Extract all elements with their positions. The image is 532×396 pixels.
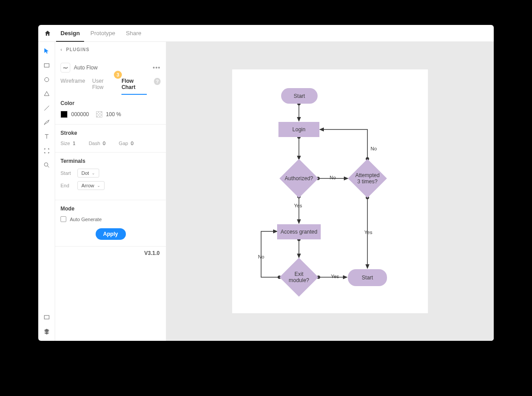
zoom-tool[interactable] [40,158,53,172]
stroke-gap-label: Gap [119,141,128,146]
node-attempted[interactable]: Attempted 3 times? [354,165,381,192]
subtab-wireframe[interactable]: Wireframe [60,78,85,95]
node-access-granted[interactable]: Access granted [277,224,321,239]
plugin-panel: ‹ PLUGINS Auto Flow ••• Wireframe User F… [55,42,166,341]
stroke-size-label: Size [60,141,70,146]
subtab-flowchart[interactable]: Flow Chart [121,78,147,95]
chevron-down-icon: ⌄ [97,183,101,188]
stroke-dash-label: Dash [89,141,100,146]
line-tool[interactable] [40,101,53,115]
select-tool[interactable] [40,44,53,58]
stroke-dash-input[interactable] [103,141,113,146]
node-login[interactable]: Login [278,122,319,137]
edge-label-no: No [330,175,336,180]
topbar: Design Prototype Share [38,25,494,42]
svg-point-1 [44,77,48,81]
color-value[interactable]: 000000 [71,111,89,117]
toolbar [38,42,55,341]
edge-label-yes: Yes [331,274,339,279]
help-icon[interactable]: ? [154,78,161,85]
pen-tool[interactable] [40,116,53,129]
svg-rect-3 [44,315,49,319]
mode-section: Mode Auto Generate Apply [55,200,166,246]
auto-generate-label: Auto Generate [70,217,102,222]
plugin-subtabs: Wireframe User Flow Flow Chart 3 ? [55,75,166,95]
chevron-down-icon: ⌄ [92,171,95,175]
tab-design[interactable]: Design [56,25,84,42]
back-button[interactable]: ‹ PLUGINS [60,45,161,57]
plugin-name: Auto Flow [74,65,97,71]
main: ‹ PLUGINS Auto Flow ••• Wireframe User F… [38,42,494,341]
subtab-userflow[interactable]: User Flow [92,78,114,95]
node-end[interactable]: Start [348,269,387,286]
flowchart-arrows [232,69,428,313]
artboard[interactable]: Start Login Authorized? Attempted 3 time… [232,69,428,313]
auto-generate-checkbox[interactable] [60,216,66,222]
text-tool[interactable] [40,130,53,143]
edge-label-yes: Yes [294,203,302,208]
color-section: Color 000000 100 % [55,95,166,125]
apply-button[interactable]: Apply [96,228,126,240]
edge-label-yes: Yes [364,230,372,235]
version-label: V3.1.0 [55,246,166,260]
svg-point-2 [44,163,48,166]
opacity-swatch[interactable] [96,111,102,117]
tab-share[interactable]: Share [121,25,146,42]
notification-badge: 3 [114,71,122,79]
stroke-gap-input[interactable] [131,141,141,146]
layers-icon[interactable] [40,325,53,338]
ellipse-tool[interactable] [40,73,53,86]
color-swatch[interactable] [60,111,68,118]
chevron-left-icon: ‹ [60,47,63,52]
home-icon[interactable] [43,28,52,38]
mode-label: Mode [60,206,161,212]
polygon-tool[interactable] [40,87,53,101]
node-start[interactable]: Start [281,88,318,104]
svg-rect-0 [44,64,49,67]
app-frame: Design Prototype Share ‹ PLUGINS [38,25,494,341]
tab-prototype[interactable]: Prototype [86,25,120,42]
terminals-label: Terminals [60,158,161,164]
opacity-value[interactable]: 100 % [106,111,121,117]
canvas[interactable]: Start Login Authorized? Attempted 3 time… [166,42,494,341]
plugin-header: Auto Flow ••• [55,57,166,75]
terminal-end-label: End [60,183,73,188]
stroke-section: Stroke Size Dash Gap [55,125,166,153]
edge-label-no: No [371,146,377,151]
plugin-icon [60,63,70,73]
terminal-start-label: Start [60,170,73,176]
terminal-end-select[interactable]: Arrow⌄ [77,181,105,190]
terminal-start-select[interactable]: Dot⌄ [77,169,99,178]
stroke-label: Stroke [60,130,161,136]
terminals-section: Terminals Start Dot⌄ End Arrow⌄ [55,153,166,200]
color-label: Color [60,100,161,106]
more-icon[interactable]: ••• [153,64,161,71]
stroke-size-input[interactable] [73,141,82,146]
artboard-tool[interactable] [40,144,53,158]
assets-icon[interactable] [40,311,53,324]
edge-label-no: No [258,254,264,259]
rectangle-tool[interactable] [40,59,53,72]
node-exit-module[interactable]: Exit module? [285,263,313,291]
back-label: PLUGINS [66,47,90,52]
node-authorized[interactable]: Authorized? [285,165,313,192]
